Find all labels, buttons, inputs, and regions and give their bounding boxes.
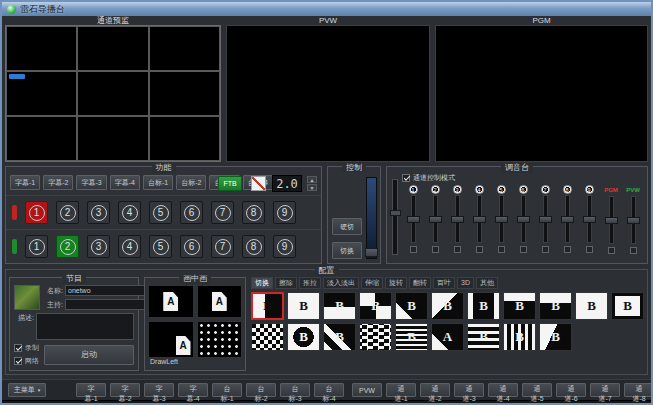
pgm-channel-button[interactable]: 5 bbox=[149, 201, 172, 224]
fader-track[interactable] bbox=[543, 195, 548, 243]
pgm-channel-button[interactable]: 4 bbox=[118, 201, 141, 224]
preview-cell[interactable] bbox=[77, 71, 148, 116]
channel-control-mode[interactable]: 通道控制模式 bbox=[402, 173, 644, 183]
transition-tab[interactable]: 擦除 bbox=[275, 277, 297, 289]
master-fader[interactable] bbox=[392, 179, 398, 255]
pip-preset-thumbnail[interactable]: A bbox=[148, 285, 194, 318]
fader-track[interactable] bbox=[631, 196, 636, 244]
start-button[interactable]: 启动 bbox=[44, 345, 134, 365]
fader-handle[interactable] bbox=[539, 216, 552, 223]
fader-mute-checkbox[interactable] bbox=[454, 246, 461, 253]
pgm-channel-button[interactable]: 7 bbox=[211, 201, 234, 224]
pvw-channel-button[interactable]: 2 bbox=[56, 235, 79, 258]
fader-handle[interactable] bbox=[583, 216, 596, 223]
preview-cell[interactable] bbox=[77, 116, 148, 161]
channel-control-mode-checkbox[interactable] bbox=[402, 174, 410, 182]
toolbar-preset-button[interactable]: 台标-3 bbox=[280, 383, 310, 397]
pvw-channel-button[interactable]: 4 bbox=[118, 235, 141, 258]
toolbar-preset-button[interactable]: 字幕-3 bbox=[144, 383, 174, 397]
transition-pattern-thumbnail[interactable]: B bbox=[251, 292, 284, 320]
pvw-channel-button[interactable]: 9 bbox=[273, 235, 296, 258]
record-option[interactable]: 录制 bbox=[14, 343, 39, 353]
fader-track[interactable] bbox=[609, 196, 614, 244]
preview-cell[interactable] bbox=[149, 26, 220, 71]
toolbar-channel-button[interactable]: 通道-8 bbox=[624, 383, 653, 397]
toolbar-pvw-button[interactable]: PVW bbox=[352, 383, 382, 397]
toolbar-channel-button[interactable]: 通道-2 bbox=[420, 383, 450, 397]
fader-handle[interactable] bbox=[407, 216, 420, 223]
transition-tab[interactable]: 旋转 bbox=[385, 277, 407, 289]
transition-pattern-thumbnail[interactable]: B bbox=[287, 323, 320, 351]
t-bar-slider[interactable] bbox=[366, 177, 377, 259]
pvw-channel-button[interactable]: 8 bbox=[242, 235, 265, 258]
transition-pattern-thumbnail[interactable]: A bbox=[431, 323, 464, 351]
fader-track[interactable] bbox=[455, 195, 460, 243]
transition-tab[interactable]: 翻转 bbox=[409, 277, 431, 289]
ftb-button[interactable]: FTB bbox=[218, 176, 242, 191]
fader-mute-checkbox[interactable] bbox=[520, 246, 527, 253]
pvw-channel-button[interactable]: 3 bbox=[87, 235, 110, 258]
fader-mute-checkbox[interactable] bbox=[432, 246, 439, 253]
transition-pattern-thumbnail[interactable]: B bbox=[359, 292, 392, 320]
pvw-channel-button[interactable]: 7 bbox=[211, 235, 234, 258]
record-checkbox[interactable] bbox=[14, 344, 22, 352]
fader-track[interactable] bbox=[587, 195, 592, 243]
toolbar-channel-button[interactable]: 通道-7 bbox=[590, 383, 620, 397]
description-textarea[interactable] bbox=[36, 313, 134, 340]
transition-tab[interactable]: 切换 bbox=[251, 277, 273, 289]
transition-tab[interactable]: 其他 bbox=[476, 277, 498, 289]
duration-up-button[interactable]: ▲ bbox=[307, 176, 317, 183]
transition-pattern-thumbnail[interactable]: B bbox=[395, 292, 428, 320]
preview-cell[interactable] bbox=[6, 26, 77, 71]
toolbar-channel-button[interactable]: 通道-6 bbox=[556, 383, 586, 397]
transition-pattern-thumbnail[interactable]: B bbox=[323, 292, 356, 320]
pvw-channel-button[interactable]: 1 bbox=[25, 235, 48, 258]
transition-pattern-thumbnail[interactable]: B bbox=[503, 323, 536, 351]
toolbar-preset-button[interactable]: 字幕-1 bbox=[76, 383, 106, 397]
transition-pattern-thumbnail[interactable]: B bbox=[503, 292, 536, 320]
toolbar-preset-button[interactable]: 台标-1 bbox=[212, 383, 242, 397]
fader-handle[interactable] bbox=[429, 216, 442, 223]
pgm-channel-button[interactable]: 6 bbox=[180, 201, 203, 224]
transition-tab[interactable]: 伸缩 bbox=[361, 277, 383, 289]
toolbar-channel-button[interactable]: 通道-1 bbox=[386, 383, 416, 397]
transition-pattern-thumbnail[interactable]: B bbox=[539, 292, 572, 320]
fader-track[interactable] bbox=[521, 195, 526, 243]
main-menu-button[interactable]: 主菜单 ▾ bbox=[8, 383, 46, 397]
transition-tab[interactable]: 百叶 bbox=[433, 277, 455, 289]
network-option[interactable]: 网络 bbox=[14, 356, 39, 366]
fader-handle[interactable] bbox=[627, 217, 640, 224]
toolbar-preset-button[interactable]: 台标-2 bbox=[246, 383, 276, 397]
transition-tab[interactable]: 3D bbox=[457, 277, 474, 289]
toolbar-channel-button[interactable]: 通道-3 bbox=[454, 383, 484, 397]
transition-pattern-thumbnail[interactable] bbox=[359, 323, 392, 351]
toolbar-channel-button[interactable]: 通道-4 bbox=[488, 383, 518, 397]
pgm-channel-button[interactable]: 8 bbox=[242, 201, 265, 224]
transition-tab[interactable]: 淡入淡出 bbox=[323, 277, 359, 289]
transition-pattern-thumbnail[interactable]: B bbox=[323, 323, 356, 351]
fader-mute-checkbox[interactable] bbox=[476, 246, 483, 253]
toolbar-preset-button[interactable]: 字幕-2 bbox=[110, 383, 140, 397]
titlebar[interactable]: 雷石导播台 bbox=[2, 2, 651, 16]
fader-mute-checkbox[interactable] bbox=[498, 246, 505, 253]
fader-handle[interactable] bbox=[495, 216, 508, 223]
cut-button[interactable]: 硬切 bbox=[332, 218, 362, 235]
transition-pattern-thumbnail[interactable]: B bbox=[467, 323, 500, 351]
fader-mute-checkbox[interactable] bbox=[586, 246, 593, 253]
fader-handle[interactable] bbox=[605, 217, 618, 224]
take-button[interactable]: 切换 bbox=[332, 242, 362, 259]
pgm-channel-button[interactable]: 9 bbox=[273, 201, 296, 224]
fader-track[interactable] bbox=[477, 195, 482, 243]
transition-pattern-thumbnail[interactable] bbox=[251, 323, 284, 351]
pgm-channel-button[interactable]: 3 bbox=[87, 201, 110, 224]
transition-pattern-thumbnail[interactable]: B bbox=[287, 292, 320, 320]
preview-cell[interactable] bbox=[77, 26, 148, 71]
toolbar-channel-button[interactable]: 通道-5 bbox=[522, 383, 552, 397]
fader-mute-checkbox[interactable] bbox=[542, 246, 549, 253]
master-fader-handle[interactable] bbox=[390, 210, 401, 216]
pgm-channel-button[interactable]: 1 bbox=[25, 201, 48, 224]
pgm-channel-button[interactable]: 2 bbox=[56, 201, 79, 224]
network-checkbox[interactable] bbox=[14, 357, 22, 365]
fader-mute-checkbox[interactable] bbox=[410, 246, 417, 253]
fader-handle[interactable] bbox=[451, 216, 464, 223]
